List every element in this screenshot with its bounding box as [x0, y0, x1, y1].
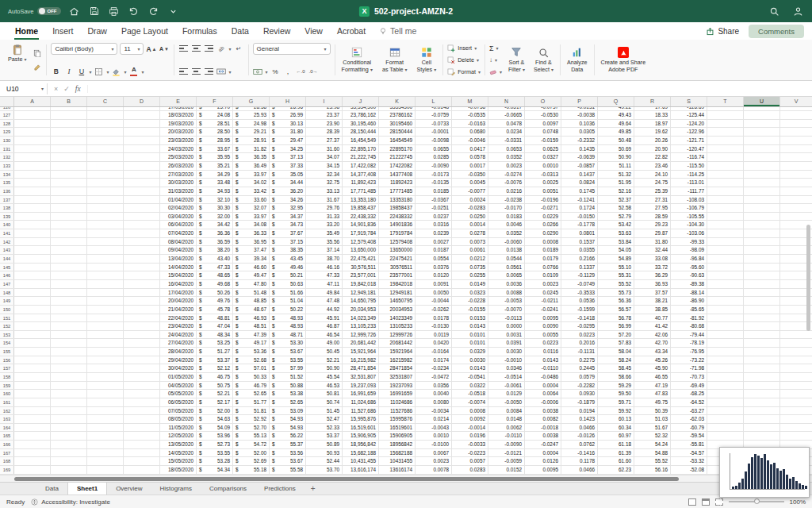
cell-T164[interactable]	[707, 424, 744, 432]
cell-N162[interactable]: 0.0084	[488, 407, 525, 415]
cell-P155[interactable]: -0.1131	[561, 348, 598, 356]
row-header-150[interactable]: 150	[0, 306, 14, 314]
zoom-slider[interactable]	[729, 501, 784, 502]
accounting-format-icon[interactable]	[253, 66, 263, 77]
cell-K161[interactable]: 11024686	[379, 398, 416, 406]
cell-P167[interactable]: -0.1416	[561, 449, 598, 457]
cell-C167[interactable]	[87, 449, 124, 457]
cell-M161[interactable]: -0.0074	[452, 398, 488, 406]
cell-O137[interactable]: -0.0196	[525, 196, 561, 204]
cell-H128[interactable]: $30.13	[270, 120, 306, 128]
toolbar-customize-chevron-icon[interactable]	[167, 4, 180, 18]
cell-U127[interactable]	[744, 111, 780, 119]
cell-O127[interactable]: -0.0530	[525, 111, 561, 119]
cell-M145[interactable]: 0.0735	[452, 264, 488, 271]
cell-F160[interactable]: $52.21	[197, 390, 233, 398]
cell-I168[interactable]: 52.44	[306, 457, 343, 465]
tab-page-layout[interactable]: Page Layout	[114, 22, 175, 40]
vertical-scrollbar-thumb[interactable]	[806, 225, 810, 330]
cell-O162[interactable]: 0.0038	[525, 407, 561, 415]
cell-O126[interactable]: -0.0737	[525, 107, 561, 110]
cell-L149[interactable]: -0.0044	[416, 297, 452, 305]
cell-R147[interactable]: 36.93	[634, 280, 671, 288]
cell-E157[interactable]: 30/04/2020	[160, 364, 197, 372]
cell-O155[interactable]: 0.0116	[525, 348, 561, 356]
cell-G135[interactable]: $34.02	[233, 179, 270, 187]
cell-P128[interactable]: 0.1036	[561, 120, 598, 128]
cell-M159[interactable]: 0.0322	[452, 382, 488, 390]
cell-F143[interactable]: $38.20	[197, 246, 233, 254]
cell-H133[interactable]: $37.33	[270, 162, 306, 170]
cell-F146[interactable]: $48.65	[197, 271, 233, 279]
sheet-tab-sheet1[interactable]: Sheet1	[67, 483, 107, 495]
cell-G133[interactable]: $36.49	[233, 162, 270, 170]
cell-I165[interactable]: 53.37	[306, 432, 343, 440]
cell-B138[interactable]	[51, 204, 87, 212]
cell-C150[interactable]	[87, 306, 124, 314]
cell-S137[interactable]: -108.03	[671, 196, 707, 204]
cell-Q132[interactable]: 50.90	[598, 153, 634, 161]
cell-O138[interactable]: -0.0271	[525, 204, 561, 212]
cell-P160[interactable]: 0.0930	[561, 390, 598, 398]
cell-L155[interactable]: -0.0164	[416, 348, 452, 356]
cell-G138[interactable]: $32.07	[233, 204, 270, 212]
tab-data[interactable]: Data	[224, 22, 256, 40]
cell-H153[interactable]: $48.71	[270, 331, 306, 339]
cell-C168[interactable]	[87, 457, 124, 465]
cell-J140[interactable]: 14,901,836	[343, 221, 379, 229]
cell-L154[interactable]: 0.0420	[416, 339, 452, 347]
cell-C161[interactable]	[87, 398, 124, 406]
cell-H127[interactable]: $26.99	[270, 111, 306, 119]
normal-view-icon[interactable]	[688, 498, 696, 506]
cell-T128[interactable]	[707, 120, 744, 128]
cell-I128[interactable]: 23.90	[306, 120, 343, 128]
cell-J126[interactable]: 33,534,300	[343, 107, 379, 110]
cell-H167[interactable]: $53.56	[270, 449, 306, 457]
cell-H132[interactable]: $37.13	[270, 153, 306, 161]
cell-C132[interactable]	[87, 153, 124, 161]
cell-Q144[interactable]: 54.89	[598, 255, 634, 263]
cell-U150[interactable]	[744, 306, 780, 314]
cell-S162[interactable]: -63.27	[671, 407, 707, 415]
cell-L158[interactable]: -0.0472	[416, 373, 452, 381]
cell-F130[interactable]: $28.95	[197, 137, 233, 144]
cell-U131[interactable]	[744, 145, 780, 153]
cell-Q142[interactable]: 53.84	[598, 238, 634, 246]
cell-T131[interactable]	[707, 145, 744, 153]
cell-E147[interactable]: 16/04/2020	[160, 280, 197, 288]
tab-view[interactable]: View	[297, 22, 330, 40]
cell-T130[interactable]	[707, 137, 744, 144]
cell-E168[interactable]: 15/05/2020	[160, 457, 197, 465]
cell-A157[interactable]	[14, 364, 51, 372]
cell-D129[interactable]	[124, 128, 160, 136]
merge-center-icon[interactable]	[216, 66, 227, 77]
cell-Q161[interactable]: 59.71	[598, 398, 634, 406]
cell-K137[interactable]: 13353180	[379, 196, 416, 204]
cell-F131[interactable]: $33.67	[197, 145, 233, 153]
cell-H139[interactable]: $34.37	[270, 213, 306, 221]
cell-F153[interactable]: $48.34	[197, 331, 233, 339]
row-header-128[interactable]: 128	[0, 120, 14, 128]
cell-C139[interactable]	[87, 213, 124, 221]
cell-S132[interactable]: -116.74	[671, 153, 707, 161]
tab-insert[interactable]: Insert	[45, 22, 80, 40]
cell-I159[interactable]: 46.53	[306, 382, 343, 390]
cell-S139[interactable]: -105.55	[671, 213, 707, 221]
cell-I156[interactable]: 52.21	[306, 356, 343, 364]
cell-R167[interactable]: 54.88	[634, 449, 671, 457]
cell-H165[interactable]: $56.22	[270, 432, 306, 440]
cell-F150[interactable]: $45.78	[197, 306, 233, 314]
cell-O157[interactable]: -0.0110	[525, 364, 561, 372]
cell-F127[interactable]: $24.08	[197, 111, 233, 119]
cell-F166[interactable]: $52.73	[197, 441, 233, 448]
cell-D148[interactable]	[124, 289, 160, 297]
cell-K141[interactable]: 17919784	[379, 229, 416, 237]
cell-B162[interactable]	[51, 407, 87, 415]
cell-J136[interactable]: 17,771,485	[343, 187, 379, 195]
cell-K143[interactable]: 13650000	[379, 246, 416, 254]
cell-K135[interactable]: 11892423	[379, 179, 416, 187]
cell-F145[interactable]: $47.33	[197, 264, 233, 271]
cell-K162[interactable]: 11527686	[379, 407, 416, 415]
cell-I139[interactable]: 31.33	[306, 213, 343, 221]
cell-K160[interactable]: 16991659	[379, 390, 416, 398]
